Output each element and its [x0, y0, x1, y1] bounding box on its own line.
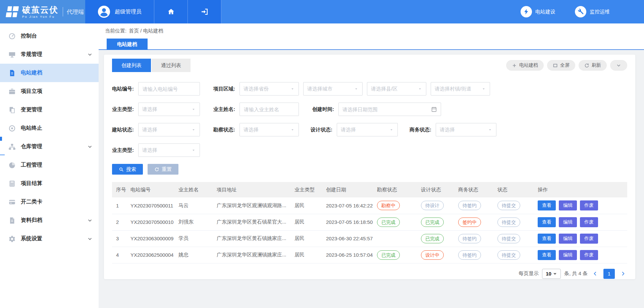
sidebar-item-engineering-management[interactable]: 工程管理 — [0, 156, 99, 174]
reset-button[interactable]: 重置 — [148, 164, 178, 175]
void-button[interactable]: 作废 — [580, 200, 598, 210]
logout-icon — [201, 8, 209, 16]
brand-divider — [63, 7, 63, 16]
per-page-label: 每页显示 — [519, 270, 539, 277]
cell-created-date: 2023-07-05 16:18:50 — [322, 214, 373, 230]
home-icon — [167, 8, 175, 16]
cell-owner-type: 居民 — [290, 214, 322, 230]
owner-type-select[interactable]: 请选择 — [138, 103, 200, 116]
sidebar-item-system-settings[interactable]: 系统设置 — [0, 230, 99, 248]
edit-button[interactable]: 编辑 — [559, 200, 577, 210]
sidebar-item-project-initiation[interactable]: 项目立项 — [0, 82, 99, 101]
sidebar-item-station-filing[interactable]: 电站建档 — [0, 64, 99, 82]
column-header: 项目地址 — [213, 182, 290, 197]
filter-field: 业主姓名: — [213, 103, 299, 116]
page-tab[interactable]: 电站建档 — [107, 39, 148, 50]
cell-project-address: 广东深圳龙华区观澜镇姚家庄... — [213, 247, 290, 263]
station-code-input[interactable] — [138, 82, 200, 96]
date-range-input[interactable] — [342, 107, 431, 112]
user-name: 超级管理员 — [115, 8, 142, 15]
city-select[interactable]: 请选择城市 — [303, 82, 363, 96]
view-button[interactable]: 查看 — [538, 234, 556, 244]
copy-icon — [8, 106, 16, 114]
filter-field: 创建时间: — [312, 103, 441, 116]
select-placeholder: 请选择省份 — [244, 86, 290, 92]
logout-button[interactable] — [188, 0, 221, 23]
page-number-button[interactable]: 1 — [603, 269, 615, 279]
sidebar-item-console[interactable]: 控制台 — [0, 27, 99, 45]
toolbar-button-label: 全屏 — [560, 62, 570, 68]
filter-label: 勘察状态: — [213, 127, 239, 133]
status-badge: 待提交 — [497, 201, 520, 210]
module-monitoring-operations[interactable]: 监控运维 — [575, 6, 610, 17]
add-station-button[interactable]: 电站建档 — [506, 60, 544, 71]
owner-type-select-2[interactable]: 请选择 — [138, 143, 200, 157]
cell-station-code: YX2023062500004 — [126, 247, 174, 263]
sidebar-item-second-type-card[interactable]: 开二类卡 — [0, 193, 99, 211]
home-button[interactable] — [154, 0, 188, 23]
status-badge: 已完成 — [377, 218, 400, 227]
prev-page-button[interactable] — [591, 271, 599, 276]
search-button-label: 搜索 — [126, 166, 136, 173]
brand[interactable]: 破茧云伏 Po Jian Yun Fu 代理端 — [0, 0, 85, 23]
business-status-select[interactable]: 请选择 — [436, 123, 496, 136]
app-window: 破茧云伏 Po Jian Yun Fu 代理端 超级管理员 电站建设 监控运维 … — [0, 0, 644, 308]
sidebar-item-label: 电站终止 — [21, 125, 93, 132]
sidebar-item-warehouse-management[interactable]: 仓库管理 — [0, 137, 99, 156]
sidebar-item-change-management[interactable]: 变更管理 — [0, 101, 99, 119]
collapse-button[interactable] — [610, 60, 627, 71]
void-button[interactable]: 作废 — [580, 250, 598, 260]
sidebar-item-project-settlement[interactable]: 项目结算 — [0, 174, 99, 193]
top-header: 破茧云伏 Po Jian Yun Fu 代理端 超级管理员 电站建设 监控运维 — [0, 0, 644, 23]
sidebar-item-data-archive[interactable]: 资料归档 — [0, 211, 99, 230]
next-page-button[interactable] — [619, 271, 627, 276]
sidebar-item-general-management[interactable]: 常规管理 — [0, 45, 99, 64]
module-label: 电站建设 — [535, 9, 555, 15]
status-badge: 待签约 — [458, 201, 481, 210]
filter-row: 业主类型:请选择 — [112, 143, 627, 157]
caret-down-icon — [191, 148, 196, 152]
portal-label: 代理端 — [67, 8, 84, 16]
select-placeholder: 请选择 — [142, 127, 191, 133]
edit-button[interactable]: 编辑 — [559, 217, 577, 227]
view-button[interactable]: 查看 — [538, 200, 556, 210]
table-row: 4YX2023062500004姚忠广东深圳龙华区观澜镇姚家庄...居民2023… — [112, 247, 627, 263]
province-select[interactable]: 请选择省份 — [239, 82, 299, 96]
user-menu[interactable]: 超级管理员 — [85, 0, 154, 23]
cell-survey-status: 已完成 — [373, 247, 417, 263]
refresh-button[interactable]: 刷新 — [579, 60, 607, 71]
cell-status: 待提交 — [493, 197, 534, 214]
briefcase-icon — [8, 88, 16, 95]
view-button[interactable]: 查看 — [538, 217, 556, 227]
sidebar: 控制台 常规管理 电站建档 项目立项 变更管理 电站终止 仓库管理 工程管理 项… — [0, 23, 99, 308]
edit-button[interactable]: 编辑 — [559, 234, 577, 244]
void-button[interactable]: 作废 — [580, 217, 598, 227]
brand-text: 破茧云伏 Po Jian Yun Fu — [22, 5, 58, 18]
breadcrumb-path[interactable]: 首页 / 电站建档 — [129, 28, 163, 34]
survey-status-select[interactable]: 请选择 — [239, 123, 299, 136]
view-button[interactable]: 查看 — [538, 250, 556, 260]
town-select[interactable]: 请选择村镇/街道 — [431, 82, 490, 96]
select-placeholder: 请选择 — [341, 127, 389, 133]
target-icon — [8, 125, 16, 132]
sidebar-item-station-termination[interactable]: 电站终止 — [0, 119, 99, 137]
status-badge: 已完成 — [421, 234, 444, 243]
owner-name-input[interactable] — [239, 103, 299, 116]
caret-down-icon — [290, 86, 295, 91]
search-button[interactable]: 搜索 — [112, 164, 143, 175]
edit-button[interactable]: 编辑 — [559, 250, 577, 260]
district-select[interactable]: 请选择县/区 — [367, 82, 426, 96]
filter-label: 电站编号: — [112, 86, 138, 92]
column-header: 设计状态 — [417, 182, 454, 197]
cell-owner-name: 马云 — [174, 197, 213, 214]
void-button[interactable]: 作废 — [580, 234, 598, 244]
fullscreen-button[interactable]: 全屏 — [547, 60, 575, 71]
plus-icon — [512, 63, 517, 68]
design-status-select[interactable]: 请选择 — [337, 123, 398, 136]
build-status-select[interactable]: 请选择 — [138, 123, 200, 136]
created-range-input[interactable] — [338, 103, 441, 116]
tab-passed-list[interactable]: 通过列表 — [152, 59, 191, 72]
per-page-select[interactable]: 10 — [542, 269, 561, 279]
module-station-construction[interactable]: 电站建设 — [521, 6, 555, 17]
tab-create-list[interactable]: 创建列表 — [112, 59, 151, 72]
